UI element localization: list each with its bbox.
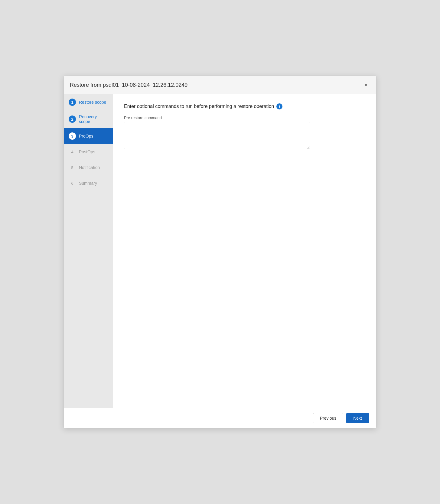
section-heading: Enter optional commands to run before pe… [124,103,365,109]
step-badge-2: 2 [69,115,76,123]
sidebar: 1 Restore scope 2 Recovery scope 3 PreOp… [64,94,113,408]
sidebar-item-label-6: Summary [79,181,97,186]
section-heading-text: Enter optional commands to run before pe… [124,104,274,109]
dialog-title: Restore from psql01_10-08-2024_12.26.12.… [70,82,187,88]
sidebar-item-postops[interactable]: 4 PostOps [64,144,113,160]
step-badge-4: 4 [69,148,76,155]
sidebar-item-label-2: Recovery scope [79,114,108,124]
step-badge-6: 6 [69,180,76,187]
info-icon[interactable]: i [276,103,282,109]
sidebar-item-label-4: PostOps [79,149,95,154]
pre-restore-label: Pre restore command [124,115,365,120]
step-badge-1: 1 [69,99,76,106]
dialog-footer: Previous Next [64,408,376,428]
sidebar-item-recovery-scope[interactable]: 2 Recovery scope [64,110,113,128]
dialog-body: 1 Restore scope 2 Recovery scope 3 PreOp… [64,94,376,408]
sidebar-item-restore-scope[interactable]: 1 Restore scope [64,94,113,110]
sidebar-item-preops[interactable]: 3 PreOps [64,128,113,144]
step-badge-3: 3 [69,132,76,140]
previous-button[interactable]: Previous [313,413,343,423]
dialog-header: Restore from psql01_10-08-2024_12.26.12.… [64,76,376,94]
step-badge-5: 5 [69,164,76,171]
next-button[interactable]: Next [346,413,369,423]
sidebar-item-notification[interactable]: 5 Notification [64,160,113,175]
sidebar-item-label-3: PreOps [79,134,93,138]
restore-dialog: Restore from psql01_10-08-2024_12.26.12.… [64,76,376,428]
main-content: Enter optional commands to run before pe… [113,94,376,408]
sidebar-item-label-5: Notification [79,165,100,170]
sidebar-item-summary[interactable]: 6 Summary [64,175,113,191]
close-button[interactable]: × [362,81,370,89]
sidebar-item-label-1: Restore scope [79,100,106,105]
pre-restore-command-input[interactable] [124,122,310,149]
